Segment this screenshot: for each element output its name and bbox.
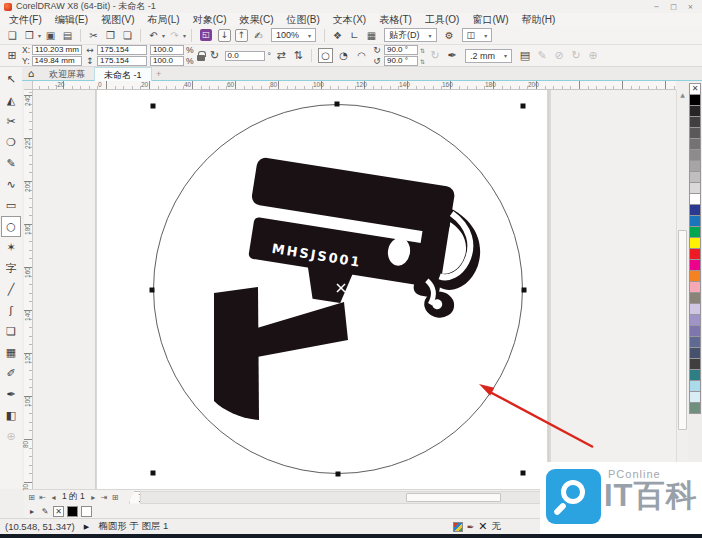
fullscreen-preview-icon[interactable]: ❖ xyxy=(330,28,345,43)
menu-item[interactable]: 工具(O) xyxy=(425,13,459,27)
object-height-field[interactable]: 175.154 mm xyxy=(97,56,147,66)
horizontal-scroll-thumb[interactable] xyxy=(406,493,501,502)
menu-item[interactable]: 表格(T) xyxy=(379,13,412,27)
undo-icon-group[interactable]: ↶▾ xyxy=(146,28,165,43)
mirror-vertical-icon[interactable]: ⇅ xyxy=(291,49,305,62)
print-icon[interactable]: ▤ xyxy=(60,28,75,43)
open-icon-group[interactable]: ❒▾ xyxy=(22,28,41,43)
menu-item[interactable]: 文本(X) xyxy=(333,13,366,27)
outline-width-combo[interactable]: .2 mm▾ xyxy=(465,49,512,63)
options-icon[interactable]: ⚙ xyxy=(442,28,457,43)
next-page-icon[interactable]: ▸ xyxy=(88,493,99,502)
doc-palette-swatch[interactable] xyxy=(67,506,78,517)
handle-top-left[interactable] xyxy=(151,104,156,109)
rectangle-tool[interactable]: ▭ xyxy=(1,195,21,216)
show-rulers-icon[interactable]: ∟ xyxy=(347,28,362,43)
crop-tool[interactable]: ✂ xyxy=(1,111,21,132)
palette-swatch[interactable] xyxy=(689,402,701,414)
import-icon[interactable]: ↓ xyxy=(218,29,231,42)
close-button[interactable]: × xyxy=(683,2,698,12)
drawing-area[interactable]: MHSJS001 xyxy=(33,90,676,489)
snap-to-dropdown[interactable]: 贴齐(D)▾ xyxy=(384,28,437,42)
mirror-horizontal-icon[interactable]: ⇄ xyxy=(274,49,288,62)
scroll-up-icon[interactable]: ▲ xyxy=(677,91,688,98)
bspline-tool[interactable]: ∿ xyxy=(1,174,21,195)
app-launcher-dropdown[interactable]: ◫▾ xyxy=(462,28,493,42)
start-angle-field[interactable]: 90.0 ° xyxy=(384,45,418,55)
status-arrow-icon[interactable]: ▶ xyxy=(84,523,89,531)
scale-lock-icon[interactable] xyxy=(197,55,205,61)
transparency-tool[interactable]: ▦ xyxy=(1,342,21,363)
zoom-level-combo[interactable]: 100%▾ xyxy=(271,28,316,42)
wrap-text-icon[interactable]: ▤ xyxy=(518,49,532,62)
scale-v-field[interactable]: 100.0 xyxy=(150,56,184,66)
interactive-fill-tool[interactable]: ◧ xyxy=(1,405,21,426)
search-content-icon[interactable]: ◱ xyxy=(200,29,212,41)
fill-color-indicator[interactable] xyxy=(453,522,463,532)
new-document-icon[interactable]: ❑ xyxy=(5,28,20,43)
first-page-icon[interactable]: ⇤ xyxy=(37,493,48,502)
handle-middle-left[interactable] xyxy=(150,288,155,293)
arc-mode-button[interactable]: ◠ xyxy=(354,48,369,63)
add-page-icon[interactable]: ⊞ xyxy=(26,493,37,502)
spinner-icon[interactable]: ⇅ xyxy=(420,47,425,54)
pie-mode-button[interactable]: ◔ xyxy=(336,48,351,63)
connector-tool[interactable]: ʃ xyxy=(1,300,21,321)
doc-no-color-swatch[interactable]: ✕ xyxy=(53,506,64,517)
end-angle-field[interactable]: 90.0 ° xyxy=(384,56,418,66)
freehand-tool[interactable]: ✎ xyxy=(1,153,21,174)
text-tool[interactable]: 字 xyxy=(1,258,21,279)
ellipse-tool[interactable]: ○ xyxy=(1,216,21,237)
y-position-field[interactable]: 149.84 mm xyxy=(32,56,82,66)
maximize-button[interactable]: □ xyxy=(666,2,681,12)
export-icon[interactable]: ↑ xyxy=(235,29,248,42)
handle-bottom-center[interactable] xyxy=(336,472,341,477)
menu-item[interactable]: 效果(C) xyxy=(240,13,274,27)
menu-item[interactable]: 布局(L) xyxy=(147,13,179,27)
cut-icon[interactable]: ✂ xyxy=(86,28,101,43)
tab-welcome-screen[interactable]: 欢迎屏幕 xyxy=(40,67,94,81)
undo-icon[interactable]: ↶ xyxy=(146,28,161,43)
menu-item[interactable]: 对象(C) xyxy=(193,13,227,27)
minimize-button[interactable]: − xyxy=(649,2,664,12)
paste-icon[interactable]: ❏ xyxy=(120,28,135,43)
vertical-scroll-thumb[interactable] xyxy=(678,230,687,430)
show-grid-icon[interactable]: ▦ xyxy=(364,28,379,43)
add-page-icon[interactable]: ⊞ xyxy=(110,493,121,502)
outline-pen-tool[interactable]: ✒ xyxy=(1,384,21,405)
tab-untitled-document[interactable]: 未命名 -1 xyxy=(94,67,152,81)
shape-tool[interactable]: ◭ xyxy=(1,90,21,111)
home-icon[interactable]: ⌂ xyxy=(22,68,40,79)
object-width-field[interactable]: 175.154 mm xyxy=(97,45,147,55)
scale-h-field[interactable]: 100.0 xyxy=(150,45,184,55)
menu-item[interactable]: 视图(V) xyxy=(101,13,134,27)
zoom-tool[interactable]: ❍ xyxy=(1,132,21,153)
horizontal-scrollbar[interactable] xyxy=(140,491,548,504)
drop-shadow-tool[interactable]: ❏ xyxy=(1,321,21,342)
polygon-tool[interactable]: ✶ xyxy=(1,237,21,258)
menu-item[interactable]: 编辑(E) xyxy=(55,13,88,27)
drawing-canvas-svg[interactable]: MHSJS001 xyxy=(33,90,676,489)
rotation-angle-field[interactable]: 0.0 xyxy=(225,51,265,61)
copy-icon[interactable]: ❐ xyxy=(103,28,118,43)
ruler-origin[interactable] xyxy=(24,81,33,90)
redo-icon-group[interactable]: ↷▾ xyxy=(167,28,186,43)
handle-top-right[interactable] xyxy=(521,104,526,109)
dimension-tool[interactable]: ╱ xyxy=(1,279,21,300)
prev-page-icon[interactable]: ◂ xyxy=(48,493,59,502)
vertical-scrollbar[interactable]: ▲ xyxy=(676,90,688,489)
handle-middle-right[interactable] xyxy=(522,288,527,293)
spinner-icon[interactable]: ⇅ xyxy=(420,58,425,65)
menu-item[interactable]: 位图(B) xyxy=(286,13,319,27)
handle-bottom-left[interactable] xyxy=(151,471,156,476)
x-position-field[interactable]: 110.203 mm xyxy=(32,45,82,55)
handle-top-center[interactable] xyxy=(335,102,340,107)
save-icon[interactable]: ▣ xyxy=(43,28,58,43)
publish-pdf-icon[interactable]: ✍ xyxy=(251,28,266,43)
new-tab-button[interactable]: + xyxy=(152,69,166,79)
menu-item[interactable]: 窗口(W) xyxy=(472,13,508,27)
menu-item[interactable]: 帮助(H) xyxy=(522,13,556,27)
menu-item[interactable]: 文件(F) xyxy=(9,13,42,27)
eyedropper-tool[interactable]: ✐ xyxy=(1,363,21,384)
pick-tool[interactable]: ↖ xyxy=(1,69,21,90)
